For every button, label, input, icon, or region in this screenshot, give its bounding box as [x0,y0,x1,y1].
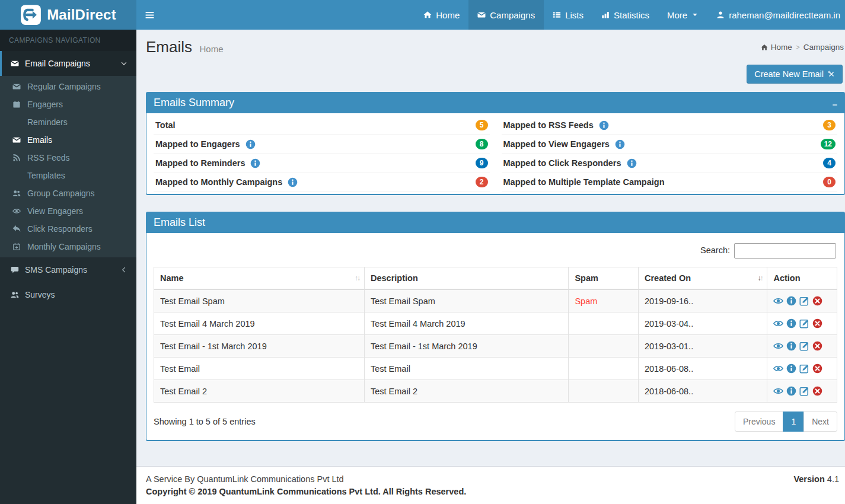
email-description-cell: Test Email 2 [365,380,569,403]
sidebar-item-regular-campaigns[interactable]: Regular Campaigns [0,78,136,95]
view-email-button[interactable] [773,296,783,306]
summary-stat-label: Mapped to Reminders [155,158,245,168]
times-circle-icon [812,296,822,306]
action-cell [767,380,837,403]
summary-stat-label: Mapped to Monthly Campaigns [155,177,282,187]
sidebar-item-templates[interactable]: Templates [0,167,136,184]
spam-status-cell [569,380,639,403]
summary-stat: Mapped to Click Responders4 [502,154,838,173]
sidebar-item-emails[interactable]: Emails [0,131,136,149]
nav-user-menu[interactable]: raheman@maildirectteam.in [707,0,845,30]
user-icon [716,11,725,19]
showing-entries-text: Showing 1 to 5 of 5 entries [154,417,256,426]
nav-item-home[interactable]: Home [414,0,468,30]
email-info-button[interactable] [786,296,796,306]
info-tooltip-button[interactable] [627,158,637,168]
sidebar-item-label: Monthly Campaigns [27,242,101,251]
column-header-description[interactable]: Description [365,267,569,290]
info-tooltip-button[interactable] [288,177,298,187]
action-buttons [773,296,831,306]
nav-item-label: Lists [565,10,583,20]
email-description-cell: Test Email [365,358,569,380]
column-header-name[interactable]: Name↑↓ [154,267,365,290]
spam-status-cell [569,312,639,335]
edit-icon [799,318,809,328]
column-header-created-on[interactable]: Created On↓↑ [638,267,767,290]
sidebar-item-sms-campaigns[interactable]: SMS Campaigns [0,257,136,282]
calendar-plus-icon [12,243,21,251]
brand-name: MailDirect [47,7,116,23]
delete-email-button[interactable] [812,318,822,328]
email-info-button[interactable] [786,341,796,351]
action-cell [767,358,837,380]
footer-copyright: Copyright © 2019 QuantumLink Communicati… [146,487,839,496]
email-info-button[interactable] [786,318,796,328]
sidebar-item-monthly-campaigns[interactable]: Monthly Campaigns [0,238,136,256]
edit-email-button[interactable] [799,386,809,396]
pagination-next-button[interactable]: Next [803,412,837,432]
delete-email-button[interactable] [812,341,822,351]
info-circle-icon [250,158,260,168]
column-header-action[interactable]: Action [767,267,837,290]
caret-down-icon [691,11,699,18]
search-input[interactable] [734,243,836,259]
edit-email-button[interactable] [799,363,809,374]
times-circle-icon [812,318,822,328]
delete-email-button[interactable] [812,386,822,396]
edit-email-button[interactable] [799,318,809,328]
sidebar-item-view-engagers[interactable]: View Engagers [0,202,136,220]
pagination-previous-button[interactable]: Previous [735,412,783,432]
user-email: raheman@maildirectteam.in [729,10,840,20]
envelope-open-icon [12,171,21,180]
brand-logo[interactable]: MailDirect [0,0,136,30]
footer-service-line: A Service By QuantumLink Communications … [146,474,839,484]
view-email-button[interactable] [773,318,783,328]
view-email-button[interactable] [773,386,783,396]
nav-item-statistics[interactable]: Statistics [592,0,658,30]
info-tooltip-button[interactable] [250,158,260,168]
view-email-button[interactable] [773,341,783,351]
sidebar-item-group-campaigns[interactable]: Group Campaigns [0,184,136,202]
nav-item-lists[interactable]: Lists [544,0,592,30]
nav-item-more[interactable]: More [658,0,707,30]
email-name-cell: Test Email 4 March 2019 [154,312,365,335]
sidebar-toggle-button[interactable] [136,0,163,30]
eye-icon [773,296,783,306]
email-info-button[interactable] [786,386,796,396]
eye-icon [773,386,783,396]
count-badge: 3 [823,120,836,130]
eye-icon [12,207,21,215]
spam-status-cell [569,358,639,380]
edit-email-button[interactable] [799,341,809,351]
breadcrumb-home-link[interactable]: Home [761,43,792,52]
count-badge: 9 [476,158,488,168]
info-tooltip-button[interactable] [615,139,625,149]
sidebar-item-rss-feeds[interactable]: RSS Feeds [0,149,136,167]
sidebar-item-email-campaigns[interactable]: Email Campaigns [0,51,136,76]
sidebar-item-label: Reminders [27,117,68,127]
delete-email-button[interactable] [812,363,822,374]
sidebar-item-surveys[interactable]: Surveys [0,282,136,307]
email-info-button[interactable] [786,363,796,374]
times-circle-icon [812,341,822,351]
times-circle-icon [812,363,822,374]
delete-email-button[interactable] [812,296,822,306]
nav-item-campaigns[interactable]: Campaigns [468,0,544,30]
create-new-email-button[interactable]: Create New Email [747,65,843,84]
edit-icon [799,296,809,306]
column-header-spam[interactable]: Spam [569,267,639,290]
sidebar-item-reminders[interactable]: Reminders [0,113,136,131]
action-buttons [773,318,831,328]
eye-icon [773,363,783,374]
sidebar-item-click-responders[interactable]: Click Responders [0,220,136,238]
view-email-button[interactable] [773,363,783,374]
pagination: Previous 1 Next [735,412,837,432]
info-circle-icon [786,341,796,351]
edit-email-button[interactable] [799,296,809,306]
pagination-page-1-button[interactable]: 1 [783,412,804,432]
sidebar-item-engagers[interactable]: Engagers [0,95,136,113]
info-circle-icon [786,318,796,328]
collapse-panel-button[interactable] [831,98,838,110]
info-tooltip-button[interactable] [599,120,609,130]
info-tooltip-button[interactable] [245,139,256,149]
